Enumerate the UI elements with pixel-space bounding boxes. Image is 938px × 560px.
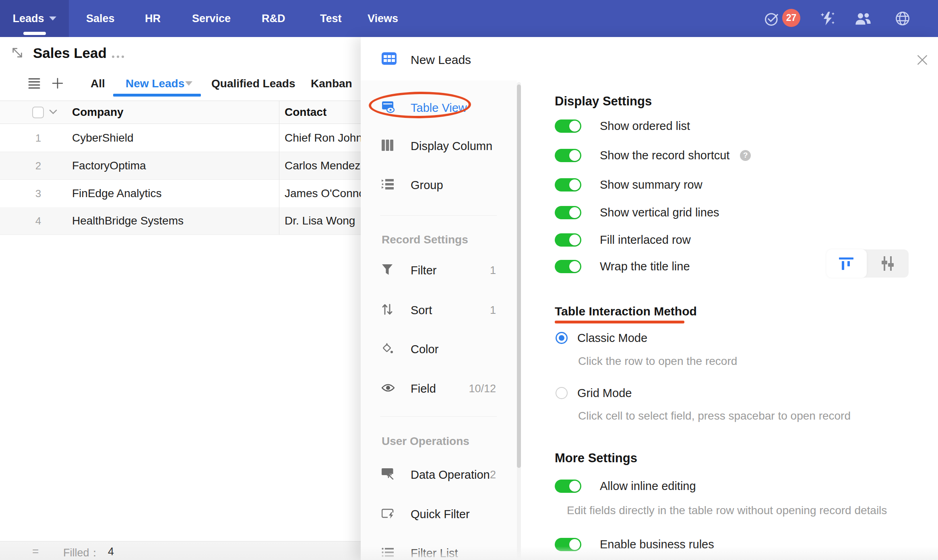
- toggle-switch[interactable]: [555, 260, 581, 273]
- sidebar-divider: [380, 215, 497, 216]
- toggle-show-record-shortcut: Show the record shortcut ?: [555, 147, 751, 163]
- nav-tab-leads[interactable]: Leads: [0, 0, 69, 37]
- sidebar-divider: [380, 416, 497, 417]
- nav-tab-test[interactable]: Test: [320, 0, 342, 37]
- toggle-switch[interactable]: [555, 178, 581, 191]
- row-number: 2: [28, 152, 48, 179]
- row-height-icon[interactable]: [28, 78, 40, 91]
- radio-selected-icon[interactable]: [556, 332, 568, 344]
- cell-contact[interactable]: Carlos Mendez: [285, 152, 360, 179]
- page-title: Sales Lead: [33, 45, 107, 61]
- active-tab-indicator: [23, 32, 46, 35]
- sidebar-item-filter-list[interactable]: Filter List: [361, 544, 517, 560]
- view-tab-qualified-leads[interactable]: Qualified Leads: [211, 75, 295, 93]
- column-header-company[interactable]: Company: [72, 101, 124, 124]
- sidebar-item-label: Display Column: [411, 140, 492, 153]
- filled-label: Filled：: [63, 546, 100, 560]
- classic-mode-description: Click the row to open the record: [578, 355, 737, 368]
- cell-contact[interactable]: James O'Conno: [285, 180, 365, 207]
- sidebar-item-data-operation[interactable]: Data Operation 2: [361, 465, 517, 484]
- sort-arrows-icon: [382, 303, 393, 317]
- add-record-icon[interactable]: [52, 77, 64, 91]
- view-tab-all[interactable]: All: [91, 75, 105, 93]
- toggle-label: Show the record shortcut: [600, 149, 729, 162]
- toggle-label: Wrap the title line: [600, 260, 690, 273]
- toggle-switch[interactable]: [555, 119, 581, 133]
- filter-funnel-icon: [382, 264, 393, 277]
- radio-label: Classic Mode: [577, 331, 647, 345]
- list-icon: [382, 548, 394, 559]
- display-settings-header: Display Settings: [555, 94, 652, 109]
- column-header-contact[interactable]: Contact: [285, 101, 326, 124]
- radio-label: Grid Mode: [577, 387, 632, 400]
- wrap-adjust-button[interactable]: [867, 249, 909, 278]
- columns-icon: [382, 140, 394, 152]
- quick-filter-icon: [382, 508, 395, 520]
- wrap-align-top-button[interactable]: [826, 249, 867, 278]
- table-grid-icon: [382, 52, 397, 66]
- help-icon[interactable]: ?: [740, 150, 751, 161]
- sidebar-item-color[interactable]: Color: [361, 340, 517, 359]
- toggle-switch[interactable]: [555, 149, 581, 162]
- toggle-switch[interactable]: [555, 480, 581, 493]
- close-icon[interactable]: [916, 54, 928, 68]
- row-number: 3: [28, 180, 48, 207]
- toggle-switch[interactable]: [555, 538, 581, 551]
- toggle-switch[interactable]: [555, 233, 581, 247]
- view-tab-new-leads[interactable]: New Leads: [126, 75, 184, 93]
- sidebar-item-label: Sort: [411, 304, 432, 317]
- toggle-label: Show summary row: [600, 178, 702, 191]
- chevron-down-icon[interactable]: [48, 108, 58, 117]
- sidebar-item-label: Color: [411, 343, 438, 356]
- sidebar-item-label: Filter List: [411, 547, 458, 560]
- filter-count-badge: 1: [457, 264, 496, 277]
- cell-company[interactable]: CyberShield: [72, 124, 134, 152]
- sort-count-badge: 1: [457, 304, 496, 317]
- radio-classic-mode[interactable]: Classic Mode: [556, 331, 647, 345]
- toggle-wrap-title-line: Wrap the title line: [555, 258, 690, 274]
- nav-tab-rnd[interactable]: R&D: [262, 0, 285, 37]
- group-list-icon: [382, 179, 394, 191]
- nav-tab-sales[interactable]: Sales: [86, 0, 115, 37]
- cell-company[interactable]: FactoryOptima: [72, 152, 146, 179]
- panel-title: New Leads: [411, 53, 471, 67]
- chevron-down-icon[interactable]: [185, 81, 192, 86]
- sidebar-item-sort[interactable]: Sort 1: [361, 301, 517, 320]
- sliders-icon: [879, 255, 897, 272]
- radio-unselected-icon[interactable]: [556, 387, 568, 399]
- radio-grid-mode[interactable]: Grid Mode: [556, 386, 632, 400]
- active-view-tab-indicator: [113, 94, 201, 97]
- column-divider[interactable]: [279, 101, 279, 235]
- sidebar-item-label: Filter: [411, 264, 436, 277]
- data-operation-count-badge: 2: [457, 469, 496, 481]
- more-options-icon[interactable]: [112, 56, 124, 58]
- collapse-expand-icon[interactable]: [11, 47, 23, 60]
- sidebar-section-record-settings: Record Settings: [382, 233, 468, 246]
- nav-tab-hr[interactable]: HR: [145, 0, 161, 37]
- sidebar-scrollbar-thumb[interactable]: [517, 84, 521, 468]
- align-top-icon: [838, 255, 855, 272]
- sidebar-item-filter[interactable]: Filter 1: [361, 261, 517, 280]
- sidebar-item-table-view[interactable]: Table View: [361, 98, 517, 117]
- sidebar-item-group[interactable]: Group: [361, 175, 517, 195]
- sidebar-item-field[interactable]: Field 10/12: [361, 379, 517, 398]
- summary-equals-icon[interactable]: =: [32, 545, 39, 558]
- more-settings-header: More Settings: [555, 451, 637, 465]
- nav-tab-views[interactable]: Views: [368, 0, 398, 37]
- sidebar-item-quick-filter[interactable]: Quick Filter: [361, 504, 517, 524]
- cell-company[interactable]: FinEdge Analytics: [72, 180, 162, 207]
- toggle-label: Enable business rules: [600, 538, 714, 551]
- notification-badge[interactable]: 27: [782, 9, 800, 27]
- cell-company[interactable]: HealthBridge Systems: [72, 207, 184, 235]
- sidebar-item-display-column[interactable]: Display Column: [361, 136, 517, 156]
- cell-contact[interactable]: Dr. Lisa Wong: [285, 207, 355, 235]
- toggle-switch[interactable]: [555, 206, 581, 219]
- cell-contact[interactable]: Chief Ron Johns: [285, 124, 368, 152]
- select-all-checkbox[interactable]: [32, 107, 44, 118]
- view-tab-kanban[interactable]: Kanban: [311, 75, 352, 93]
- table-interaction-method-header: Table Interaction Method: [555, 305, 697, 318]
- nav-tab-service[interactable]: Service: [192, 0, 231, 37]
- toggle-label: Show ordered list: [600, 119, 690, 133]
- table-view-icon: [382, 101, 395, 115]
- toggle-show-ordered-list: Show ordered list: [555, 118, 690, 134]
